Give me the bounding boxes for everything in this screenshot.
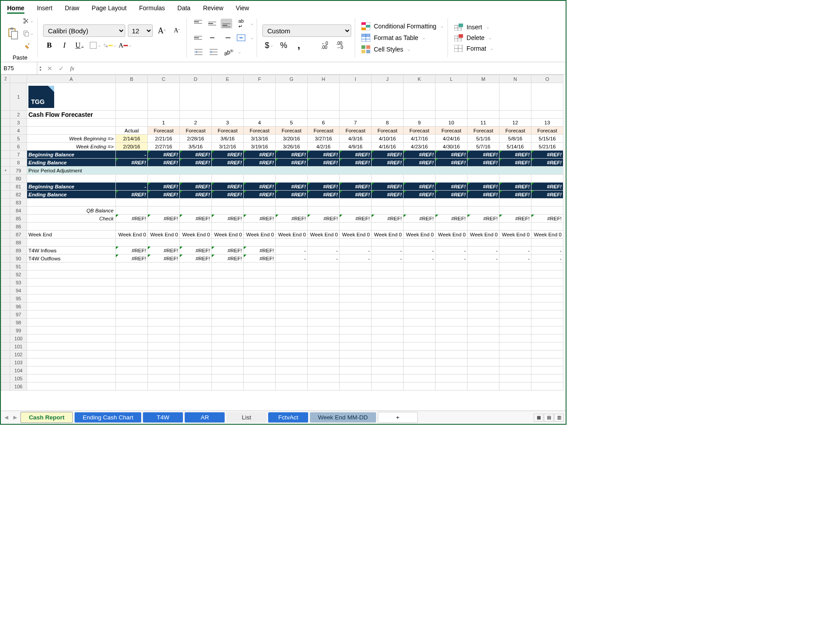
format-cells-button[interactable]: Format⌵ — [453, 44, 494, 53]
col-G[interactable]: G — [276, 75, 308, 83]
view-pagebreak-icon[interactable]: ▥ — [554, 414, 564, 422]
tab-formulas[interactable]: Formulas — [139, 4, 165, 14]
font-color-icon[interactable]: A⌵ — [119, 40, 131, 51]
row-2[interactable]: 2 — [10, 111, 27, 119]
bold-icon[interactable]: B — [43, 40, 55, 51]
increase-font-icon[interactable]: A^ — [155, 25, 168, 36]
sheet-add[interactable]: + — [378, 412, 418, 423]
name-box-spinner[interactable]: ▲▼ — [37, 65, 44, 72]
italic-icon[interactable]: I — [58, 40, 71, 51]
tab-pagelayout[interactable]: Page Layout — [92, 4, 127, 14]
title-cell[interactable]: Cash Flow Forecaster — [27, 111, 116, 119]
insert-cells-button[interactable]: Insert⌵ — [453, 23, 494, 32]
sheet-fctvact[interactable]: FctvAct — [268, 412, 308, 423]
align-middle-icon[interactable] — [206, 19, 218, 28]
sheet-t4w[interactable]: T4W — [143, 412, 183, 423]
fx-icon[interactable]: fx — [67, 65, 76, 72]
format-painter-icon[interactable] — [21, 40, 34, 52]
col-F[interactable]: F — [244, 75, 276, 83]
format-as-table-button[interactable]: Format as Table⌵ — [361, 33, 444, 43]
copy-icon[interactable]: ⌵ — [21, 28, 34, 39]
border-icon[interactable]: ⌵ — [88, 40, 101, 51]
svg-rect-16 — [366, 45, 370, 49]
ribbon-tabs: Home Insert Draw Page Layout Formulas Da… — [1, 1, 566, 16]
tab-view[interactable]: View — [236, 4, 249, 14]
spreadsheet-grid[interactable]: 2 A B C D E F G H I J K L M N O 1TGG 2Ca… — [1, 75, 566, 391]
sheet-list[interactable]: List — [226, 412, 266, 423]
decrease-font-icon[interactable]: Aˇ — [170, 25, 183, 36]
percent-icon[interactable]: % — [277, 40, 290, 51]
wrap-text-icon[interactable]: ab↵ — [235, 18, 247, 29]
align-center-icon[interactable] — [206, 33, 218, 43]
svg-rect-22 — [459, 34, 463, 38]
col-M[interactable]: M — [468, 75, 499, 83]
orientation-icon[interactable]: ab↻ — [221, 44, 236, 60]
tab-home[interactable]: Home — [7, 4, 24, 14]
col-B[interactable]: B — [116, 75, 148, 83]
decrease-indent-icon[interactable] — [192, 46, 205, 58]
svg-rect-11 — [366, 25, 370, 28]
sheet-cash-report[interactable]: Cash Report — [20, 412, 73, 423]
svg-rect-1 — [10, 28, 13, 30]
cancel-formula-icon[interactable]: ✕ — [44, 65, 56, 72]
increase-indent-icon[interactable] — [207, 46, 220, 58]
increase-decimal-icon[interactable]: ←0.00 — [318, 40, 331, 51]
sheet-tabs: ◀ ▶ Cash Report Ending Cash Chart T4W AR… — [1, 411, 566, 424]
conditional-formatting-button[interactable]: Conditional Formatting⌵ — [361, 21, 444, 31]
align-right-icon[interactable] — [221, 33, 232, 43]
fill-color-icon[interactable]: ⌵ — [103, 40, 116, 51]
formula-bar[interactable] — [76, 62, 566, 74]
sheet-nav-next[interactable]: ▶ — [12, 415, 19, 420]
ribbon: ⌵ ⌵ Paste Calibri (Body) 12 A^ Aˇ B I U⌵… — [1, 16, 566, 62]
col-L[interactable]: L — [436, 75, 468, 83]
prior-period-adj[interactable]: Prior Period Adjustment — [27, 167, 563, 175]
col-J[interactable]: J — [372, 75, 404, 83]
col-O[interactable]: O — [531, 75, 563, 83]
name-box[interactable] — [1, 62, 37, 74]
currency-icon[interactable]: $⌵ — [262, 40, 275, 51]
svg-rect-14 — [361, 34, 370, 36]
row-1[interactable]: 1 — [10, 83, 27, 111]
cell-styles-button[interactable]: Cell Styles⌵ — [361, 44, 444, 54]
align-bottom-icon[interactable] — [221, 19, 232, 28]
merge-cells-icon[interactable] — [235, 32, 247, 44]
col-N[interactable]: N — [499, 75, 531, 83]
sheet-nav-prev[interactable]: ◀ — [3, 415, 10, 420]
font-size-select[interactable]: 12 — [128, 24, 153, 37]
align-top-icon[interactable] — [192, 19, 204, 28]
logo: TGG — [28, 86, 54, 108]
col-K[interactable]: K — [404, 75, 436, 83]
underline-icon[interactable]: U⌵ — [73, 40, 86, 51]
col-A[interactable]: A — [27, 75, 116, 83]
svg-rect-18 — [366, 50, 370, 53]
formula-bar-row: ▲▼ ✕ ✓ fx — [1, 62, 566, 75]
sheet-ending-cash[interactable]: Ending Cash Chart — [75, 412, 141, 423]
col-E[interactable]: E — [212, 75, 244, 83]
sheet-weekend[interactable]: Week End MM-DD — [310, 412, 376, 423]
comma-icon[interactable]: , — [293, 40, 305, 51]
align-left-icon[interactable] — [192, 33, 204, 43]
col-D[interactable]: D — [180, 75, 212, 83]
view-pagelayout-icon[interactable]: ▤ — [544, 414, 554, 422]
cut-icon[interactable]: ⌵ — [21, 15, 34, 27]
svg-rect-15 — [361, 45, 365, 49]
confirm-formula-icon[interactable]: ✓ — [56, 65, 67, 72]
paste-button[interactable] — [6, 27, 19, 40]
view-normal-icon[interactable]: ▦ — [534, 414, 543, 422]
tab-review[interactable]: Review — [203, 4, 223, 14]
tab-data[interactable]: Data — [178, 4, 191, 14]
select-all[interactable] — [10, 75, 27, 83]
tab-draw[interactable]: Draw — [65, 4, 79, 14]
decrease-decimal-icon[interactable]: .00→0 — [333, 40, 346, 51]
outline-col[interactable]: 2 — [1, 75, 10, 83]
font-name-select[interactable]: Calibri (Body) — [43, 24, 125, 37]
svg-rect-7 — [90, 42, 96, 48]
tab-insert[interactable]: Insert — [37, 4, 52, 14]
delete-cells-button[interactable]: Delete⌵ — [453, 33, 494, 42]
svg-rect-2 — [12, 31, 18, 39]
col-I[interactable]: I — [340, 75, 372, 83]
number-format-select[interactable]: Custom — [262, 24, 351, 37]
col-H[interactable]: H — [308, 75, 340, 83]
col-C[interactable]: C — [148, 75, 180, 83]
sheet-ar[interactable]: AR — [185, 412, 225, 423]
